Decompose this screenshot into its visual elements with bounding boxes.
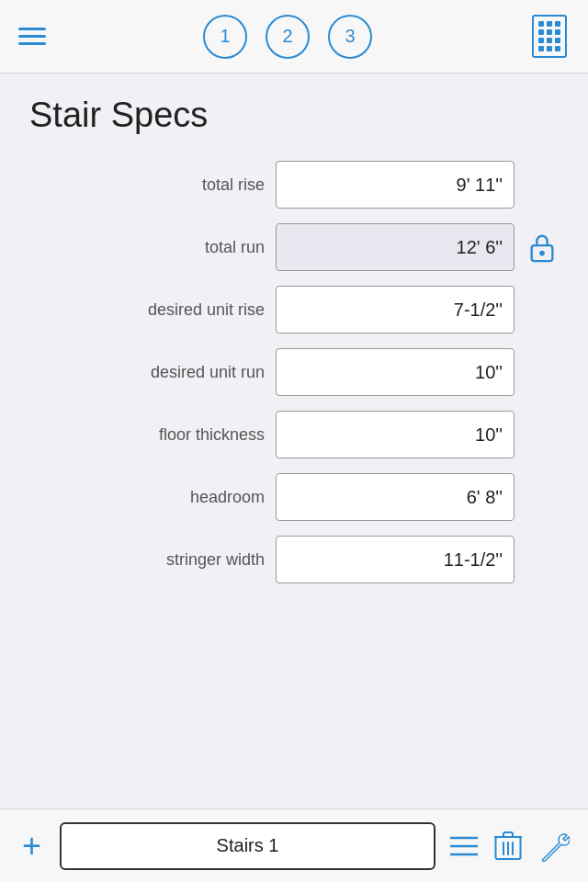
field-row-total-run: total run [29, 223, 559, 271]
step-navigation: 1 2 3 [203, 15, 372, 59]
stringer-width-input[interactable] [276, 536, 514, 583]
lock-button[interactable] [526, 231, 559, 264]
step-3-button[interactable]: 3 [328, 15, 372, 59]
field-row-desired-unit-run: desired unit run [29, 348, 559, 396]
headroom-label: headroom [81, 488, 265, 507]
trash-icon[interactable] [494, 831, 522, 862]
step-1-button[interactable]: 1 [203, 15, 247, 59]
add-button[interactable]: + [18, 830, 45, 863]
menu-button[interactable] [18, 28, 46, 45]
svg-point-1 [539, 251, 545, 256]
stringer-width-label: stringer width [81, 550, 265, 570]
wrench-icon[interactable] [538, 831, 570, 862]
calculator-button[interactable] [529, 17, 570, 57]
field-row-desired-unit-rise: desired unit rise [29, 286, 559, 334]
total-run-label: total run [81, 238, 265, 257]
desired-unit-run-input[interactable] [276, 348, 514, 396]
field-row-headroom: headroom [29, 473, 559, 521]
floor-thickness-label: floor thickness [81, 425, 265, 445]
desired-unit-rise-input[interactable] [276, 286, 514, 334]
field-row-floor-thickness: floor thickness [29, 411, 559, 458]
page-title: Stair Specs [29, 96, 559, 135]
app-header: 1 2 3 [0, 0, 588, 74]
headroom-input[interactable] [276, 473, 514, 521]
desired-unit-rise-label: desired unit rise [81, 300, 265, 320]
footer-tab-bar: + Stairs 1 [0, 808, 588, 882]
total-rise-input[interactable] [276, 161, 514, 209]
footer-icons [450, 831, 570, 862]
field-row-stringer-width: stringer width [29, 536, 559, 583]
floor-thickness-input[interactable] [276, 411, 514, 458]
step-2-button[interactable]: 2 [266, 15, 310, 59]
field-row-total-rise: total rise [29, 161, 559, 209]
stairs-tab[interactable]: Stairs 1 [60, 822, 435, 870]
main-content: Stair Specs total rise total run desired… [0, 74, 588, 808]
total-run-input[interactable] [276, 223, 514, 271]
list-icon[interactable] [450, 835, 478, 857]
desired-unit-run-label: desired unit run [81, 363, 265, 382]
form-fields: total rise total run desired unit rise [29, 161, 559, 583]
total-rise-label: total rise [81, 175, 265, 195]
